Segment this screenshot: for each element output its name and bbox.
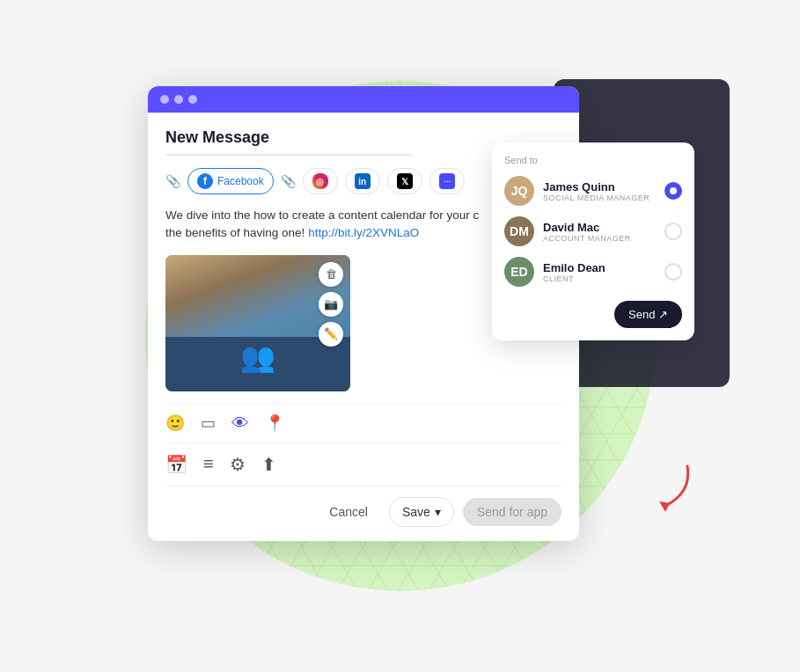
settings-icon[interactable]: ⚙ — [230, 454, 246, 475]
instagram-tab[interactable]: ◎ — [303, 168, 338, 194]
red-arrow — [617, 449, 705, 522]
radio-david[interactable] — [664, 223, 682, 240]
window-dot-2[interactable] — [174, 95, 183, 104]
instagram-icon: ◎ — [312, 173, 328, 189]
save-chevron: ▾ — [435, 505, 441, 519]
send-to-label: Send to — [504, 155, 682, 165]
cancel-button[interactable]: Cancel — [317, 498, 380, 526]
media-icon[interactable]: ▭ — [201, 413, 216, 433]
contact-name-james: James Quinn — [543, 180, 656, 194]
location-icon[interactable]: 📍 — [265, 413, 284, 433]
facebook-icon: f — [197, 173, 213, 189]
more-icon: ⋯ — [439, 173, 455, 189]
eye-icon[interactable]: 👁 — [231, 413, 249, 434]
save-button[interactable]: Save ▾ — [389, 497, 454, 527]
linkedin-tab[interactable]: in — [345, 168, 380, 194]
twitter-x-icon: 𝕏 — [397, 173, 413, 189]
title-divider — [165, 154, 412, 156]
save-label: Save — [402, 505, 430, 519]
contact-row-david: DM David Mac ACCOUNT MANAGER — [504, 216, 682, 246]
edit-image-button[interactable]: ✏️ — [319, 322, 343, 347]
footer-buttons: Cancel Save ▾ Send for app — [165, 486, 561, 541]
attach-icon-1[interactable]: 📎 — [165, 174, 180, 188]
attach-icon-2[interactable]: 📎 — [281, 174, 296, 188]
contact-name-david: David Mac — [543, 221, 656, 234]
bottom-toolbar: 🙂 ▭ 👁 📍 — [165, 404, 561, 442]
image-actions: 🗑 📷 ✏️ — [319, 262, 343, 347]
facebook-label: Facebook — [217, 175, 264, 187]
window-dot-3[interactable] — [188, 95, 197, 104]
camera-image-button[interactable]: 📷 — [319, 292, 343, 317]
contact-row-james: JQ James Quinn SOCIAL MEDIA MANAGER — [504, 176, 682, 206]
radio-james[interactable] — [664, 182, 682, 200]
send-button[interactable]: Send ↗ — [614, 301, 682, 328]
send-approval-button[interactable]: Send for app — [463, 498, 561, 526]
contact-info-emilo: Emilo Dean CLIENT — [543, 261, 656, 283]
contact-role-emilo: CLIENT — [543, 274, 656, 283]
radio-emilo[interactable] — [664, 263, 682, 281]
more-platform-tab[interactable]: ⋯ — [429, 168, 465, 194]
facebook-tab[interactable]: f Facebook — [187, 168, 274, 194]
upload-icon[interactable]: ⬆ — [261, 454, 276, 475]
contact-info-david: David Mac ACCOUNT MANAGER — [543, 221, 656, 243]
contact-info-james: James Quinn SOCIAL MEDIA MANAGER — [543, 180, 656, 202]
window-dot-1[interactable] — [160, 95, 169, 104]
calendar-icon[interactable]: 📅 — [165, 454, 187, 475]
schedule-row: 📅 ≡ ⚙ ⬆ — [165, 442, 561, 486]
avatar-david: DM — [504, 216, 534, 246]
lines-icon[interactable]: ≡ — [203, 454, 214, 474]
image-preview-container: 🗑 📷 ✏️ — [165, 255, 350, 391]
delete-image-button[interactable]: 🗑 — [319, 262, 343, 287]
message-link[interactable]: http://bit.ly/2XVNLaO — [308, 226, 419, 239]
contact-name-emilo: Emilo Dean — [543, 261, 656, 274]
send-to-panel: Send to JQ James Quinn SOCIAL MEDIA MANA… — [492, 142, 694, 340]
emoji-icon[interactable]: 🙂 — [165, 413, 185, 433]
contact-role-james: SOCIAL MEDIA MANAGER — [543, 194, 656, 202]
message-text-content-2: the benefits of having one! — [165, 226, 305, 239]
twitter-tab[interactable]: 𝕏 — [387, 168, 422, 194]
svg-marker-0 — [659, 501, 670, 512]
contact-row-emilo: ED Emilo Dean CLIENT — [504, 257, 682, 287]
window-titlebar — [148, 86, 579, 113]
contact-role-david: ACCOUNT MANAGER — [543, 234, 656, 243]
linkedin-icon: in — [355, 173, 371, 189]
message-text-content: We dive into the how to create a content… — [165, 208, 479, 222]
avatar-emilo: ED — [504, 257, 534, 287]
avatar-james: JQ — [504, 176, 534, 206]
